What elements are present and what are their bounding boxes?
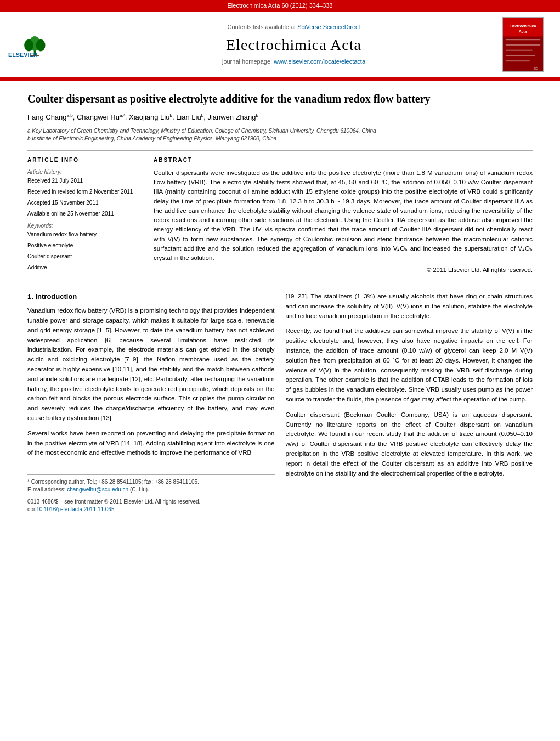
- issn-line: 0013-4686/$ – see front matter © 2011 El…: [27, 498, 275, 506]
- footnote-area: * Corresponding author. Tel.; +86 28 854…: [27, 474, 275, 513]
- corresponding-star: *: [123, 113, 125, 118]
- cover-svg: Electrochimica Acta ISE: [503, 17, 543, 72]
- abstract-text: Coulter dispersants were investigated as…: [154, 168, 533, 263]
- doi-link[interactable]: 10.1016/j.electacta.2011.11.065: [36, 506, 114, 512]
- svg-text:ELSEVIER: ELSEVIER: [8, 52, 38, 59]
- article-info-column: ARTICLE INFO Article history: Received 2…: [27, 156, 143, 275]
- journal-cover-image: Electrochimica Acta ISE: [502, 17, 544, 72]
- svg-rect-13: [506, 55, 535, 56]
- right-paragraph-1: [19–23]. The stabilizers (1–3%) are usua…: [286, 292, 533, 321]
- intro-paragraph-1: Vanadium redox flow battery (VRB) is a p…: [27, 306, 275, 423]
- copyright-notice: © 2011 Elsevier Ltd. All rights reserved…: [154, 266, 533, 274]
- affiliation-sup-b2: b: [201, 113, 203, 118]
- author-xiaojiang-liu: Xiaojiang Liu: [129, 114, 169, 122]
- right-paragraph-2: Recently, we found that the additives ca…: [286, 326, 533, 405]
- body-right-column: [19–23]. The stabilizers (1–3%) are usua…: [286, 292, 533, 513]
- journal-title: Electrochimica Acta: [85, 34, 502, 55]
- svg-rect-11: [506, 44, 540, 46]
- available-date: Available online 25 November 2011: [27, 210, 143, 218]
- affiliation-sup-a: a,b: [67, 113, 73, 118]
- keyword-1: Vanadium redox flow battery: [27, 231, 143, 239]
- email-link[interactable]: changweihu@scu.edu.cn: [67, 487, 128, 493]
- svg-rect-14: [506, 61, 530, 62]
- abstract-heading: ABSTRACT: [154, 156, 533, 164]
- svg-rect-12: [506, 50, 533, 51]
- intro-paragraph-2: Several works have been reported on prev…: [27, 429, 275, 458]
- body-left-column: 1. Introduction Vanadium redox flow batt…: [27, 292, 275, 513]
- keyword-2: Positive electrolyte: [27, 242, 143, 250]
- author-changwei-hu: Changwei Hu: [77, 114, 120, 122]
- elsevier-logo-container: ELSEVIER: [8, 31, 85, 58]
- divider-1: [27, 150, 533, 151]
- body-content: 1. Introduction Vanadium redox flow batt…: [27, 292, 533, 513]
- elsevier-logo-svg: ELSEVIER: [8, 31, 63, 58]
- svg-text:Electrochimica: Electrochimica: [510, 24, 536, 28]
- sciverse-text: Contents lists available at SciVerse Sci…: [85, 23, 502, 31]
- doi-line: doi:10.1016/j.electacta.2011.11.065: [27, 506, 275, 513]
- article-title: Coulter dispersant as positive electroly…: [27, 92, 533, 106]
- journal-citation-bar: Electrochimica Acta 60 (2012) 334–338: [0, 0, 560, 12]
- section-1-title: 1. Introduction: [27, 292, 275, 302]
- section-1-heading: Introduction: [35, 292, 77, 301]
- affiliation-a: a Key Laboratory of Green Chemistry and …: [27, 127, 533, 135]
- author-lian-liu: Lian Liu: [176, 114, 201, 122]
- author-jianwen-zhang: Jianwen Zhang: [207, 114, 256, 122]
- keywords-label: Keywords:: [27, 222, 143, 230]
- svg-rect-10: [506, 39, 540, 41]
- abstract-column: ABSTRACT Coulter dispersants were invest…: [154, 156, 533, 275]
- section-1-number: 1.: [27, 292, 33, 301]
- affiliation-sup-b3: b: [256, 113, 258, 118]
- article-info-heading: ARTICLE INFO: [27, 156, 143, 164]
- svg-point-3: [36, 39, 46, 52]
- svg-text:Acta: Acta: [519, 30, 527, 33]
- journal-homepage: journal homepage: www.elsevier.com/locat…: [85, 58, 502, 66]
- journal-header: ELSEVIER Contents lists available at Sci…: [0, 12, 560, 78]
- svg-point-2: [24, 39, 33, 52]
- email-note: E-mail address: changweihu@scu.edu.cn (C…: [27, 486, 275, 494]
- svg-text:ISE: ISE: [533, 67, 538, 70]
- corresponding-author-note: * Corresponding author. Tel.; +86 28 854…: [27, 478, 275, 486]
- received-date: Received 21 July 2011: [27, 177, 143, 185]
- affiliations: a Key Laboratory of Green Chemistry and …: [27, 127, 533, 143]
- accepted-date: Accepted 15 November 2011: [27, 199, 143, 207]
- journal-citation: Electrochimica Acta 60 (2012) 334–338: [227, 2, 332, 9]
- keyword-3: Coulter dispersant: [27, 253, 143, 261]
- affiliation-b: b Institute of Electronic Engineering, C…: [27, 135, 533, 143]
- divider-2: [27, 284, 533, 284]
- affiliation-sup-b1: b: [169, 113, 172, 118]
- keyword-4: Additive: [27, 264, 143, 271]
- author-fang-chang: Fang Chang: [27, 114, 67, 122]
- journal-homepage-link[interactable]: www.elsevier.com/locate/electacta: [274, 58, 365, 65]
- sciverse-link[interactable]: SciVerse ScienceDirect: [297, 24, 360, 30]
- main-content: Coulter dispersant as positive electroly…: [0, 81, 560, 524]
- journal-header-center: Contents lists available at SciVerse Sci…: [85, 23, 502, 66]
- affiliation-sup-a2: a,: [120, 113, 123, 118]
- authors-line: Fang Changa,b, Changwei Hua,*, Xiaojiang…: [27, 112, 533, 123]
- revised-date: Received in revised form 2 November 2011: [27, 188, 143, 196]
- article-info-abstract-section: ARTICLE INFO Article history: Received 2…: [27, 156, 533, 275]
- right-paragraph-3: Coulter dispersant (Beckman Coulter Comp…: [286, 410, 533, 479]
- history-label: Article history:: [27, 168, 143, 176]
- journal-cover-container: Electrochimica Acta ISE: [502, 17, 552, 72]
